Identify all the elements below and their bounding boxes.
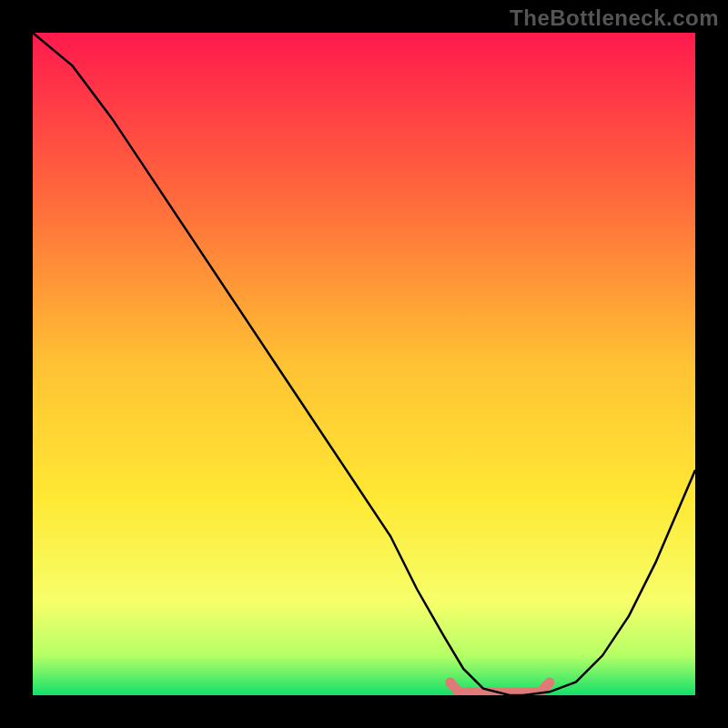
watermark-text: TheBottleneck.com	[510, 5, 719, 31]
plot-area	[33, 33, 695, 695]
gradient-background	[33, 33, 695, 695]
chart-container: TheBottleneck.com	[0, 0, 728, 728]
chart-svg	[33, 33, 695, 695]
